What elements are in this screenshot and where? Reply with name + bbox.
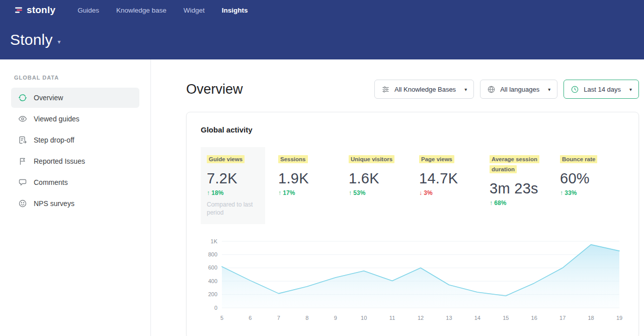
filter-label: Last 14 days	[584, 86, 621, 93]
up-arrow-icon: ↑	[560, 189, 563, 196]
overview-icon	[18, 93, 27, 102]
svg-text:200: 200	[208, 291, 217, 297]
sidebar-item-reported-issues[interactable]: Reported Issues	[11, 151, 139, 171]
metric-value: 1.6K	[349, 170, 405, 187]
metric-value: 14.7K	[419, 170, 475, 187]
languages-filter[interactable]: All languages ▾	[480, 80, 557, 99]
svg-text:5: 5	[220, 315, 223, 321]
metric-avg-session-duration[interactable]: Average session duration 3m 23s ↑ 68%	[489, 147, 547, 214]
svg-text:17: 17	[559, 315, 566, 321]
metric-label: Average session duration	[490, 155, 539, 173]
svg-text:7: 7	[277, 315, 280, 321]
metrics-row: Guide views 7.2K ↑ 18% Compared to last …	[201, 147, 624, 224]
metric-value: 1.9K	[278, 170, 335, 187]
global-activity-chart: 02004006008001K5678910111213141516171819	[201, 236, 625, 323]
workspace-name: Stonly	[10, 31, 53, 48]
svg-text:400: 400	[208, 278, 217, 284]
metric-sessions[interactable]: Sessions 1.9K ↑ 17%	[277, 147, 336, 204]
metric-label: Unique visitors	[349, 155, 394, 163]
svg-text:12: 12	[418, 315, 424, 321]
date-range-filter[interactable]: Last 14 days ▾	[564, 80, 639, 99]
svg-text:13: 13	[446, 315, 452, 321]
metric-delta: ↑ 18%	[207, 189, 259, 196]
metric-unique-visitors[interactable]: Unique visitors 1.6K ↑ 53%	[348, 147, 406, 204]
sidebar: GLOBAL DATA Overview Viewed guides	[0, 59, 151, 336]
svg-text:8: 8	[305, 315, 308, 321]
svg-text:800: 800	[208, 251, 217, 257]
page-title: Overview	[186, 82, 243, 97]
up-arrow-icon: ↑	[349, 189, 352, 196]
metric-label: Guide views	[207, 155, 245, 163]
sidebar-item-label: Overview	[34, 94, 63, 102]
down-arrow-icon: ↓	[419, 189, 422, 196]
stonly-logo-icon	[14, 6, 23, 15]
filter-label: All languages	[500, 86, 539, 93]
metric-delta: ↑ 33%	[560, 189, 616, 196]
svg-text:1K: 1K	[211, 238, 218, 244]
main-header: Overview All Knowledge Bases ▾	[151, 59, 644, 99]
comment-bubble-icon	[18, 178, 27, 187]
stonly-logo[interactable]: stonly	[14, 5, 55, 16]
svg-text:10: 10	[361, 315, 367, 321]
sidebar-item-viewed-guides[interactable]: Viewed guides	[11, 109, 139, 129]
up-arrow-icon: ↑	[278, 189, 281, 196]
stonly-logo-text: stonly	[27, 5, 55, 16]
top-nav-links: Guides Knowledge base Widget Insights	[77, 7, 248, 14]
globe-icon	[487, 85, 496, 94]
svg-text:16: 16	[531, 315, 537, 321]
metric-bounce-rate[interactable]: Bounce rate 60% ↑ 33%	[559, 147, 617, 204]
clock-icon	[571, 85, 579, 94]
global-activity-card: Global activity Guide views 7.2K ↑ 18% C…	[186, 112, 639, 336]
metric-value: 60%	[560, 170, 616, 187]
workspace-selector[interactable]: Stonly ▾	[10, 31, 61, 48]
nav-item-widget[interactable]: Widget	[184, 7, 205, 14]
metric-label: Bounce rate	[560, 155, 597, 163]
svg-text:600: 600	[208, 264, 217, 271]
card-title: Global activity	[201, 125, 624, 134]
chart-area: 02004006008001K5678910111213141516171819	[201, 236, 624, 325]
workspace-row: Stonly ▾	[0, 20, 644, 59]
page-body: GLOBAL DATA Overview Viewed guides	[0, 59, 644, 336]
nav-item-guides[interactable]: Guides	[77, 7, 99, 14]
metric-label: Page views	[419, 155, 454, 163]
metric-label: Sessions	[278, 155, 308, 163]
svg-text:6: 6	[249, 315, 252, 321]
metric-delta: ↑ 68%	[490, 199, 546, 207]
sidebar-item-label: Step drop-off	[34, 136, 74, 144]
sidebar-item-label: Reported Issues	[34, 157, 85, 165]
sidebar-item-step-drop-off[interactable]: Step drop-off	[11, 130, 139, 150]
app-root: stonly Guides Knowledge base Widget Insi…	[0, 0, 644, 336]
nav-item-insights[interactable]: Insights	[222, 7, 248, 14]
metric-value: 3m 23s	[490, 180, 546, 197]
sidebar-item-label: Comments	[34, 178, 68, 186]
svg-text:11: 11	[389, 315, 395, 321]
metric-page-views[interactable]: Page views 14.7K ↓ 3%	[418, 147, 476, 204]
main-content: Overview All Knowledge Bases ▾	[151, 59, 644, 336]
eye-icon	[18, 114, 27, 123]
metric-guide-views[interactable]: Guide views 7.2K ↑ 18% Compared to last …	[201, 147, 265, 224]
svg-text:19: 19	[616, 315, 622, 321]
metric-delta: ↑ 17%	[278, 189, 335, 196]
knowledge-bases-filter[interactable]: All Knowledge Bases ▾	[374, 80, 474, 99]
chevron-down-icon: ▾	[464, 87, 467, 92]
sidebar-item-overview[interactable]: Overview	[11, 88, 139, 108]
up-arrow-icon: ↑	[490, 199, 493, 207]
nav-item-knowledge-base[interactable]: Knowledge base	[116, 7, 167, 14]
metric-value: 7.2K	[207, 170, 259, 187]
chevron-down-icon: ▾	[58, 34, 61, 45]
sidebar-item-nps-surveys[interactable]: NPS surveys	[11, 193, 139, 214]
top-navigation: stonly Guides Knowledge base Widget Insi…	[0, 0, 644, 20]
filter-label: All Knowledge Bases	[394, 86, 456, 93]
svg-text:9: 9	[334, 315, 337, 321]
sidebar-item-label: Viewed guides	[34, 115, 79, 123]
svg-text:0: 0	[214, 304, 217, 310]
metric-delta: ↑ 53%	[349, 189, 405, 196]
sidebar-item-comments[interactable]: Comments	[11, 172, 139, 192]
svg-text:18: 18	[588, 315, 594, 321]
chevron-down-icon: ▾	[548, 87, 550, 92]
up-arrow-icon: ↑	[207, 189, 210, 196]
app-header: stonly Guides Knowledge base Widget Insi…	[0, 0, 644, 59]
flag-icon	[18, 157, 27, 166]
sidebar-section-label: GLOBAL DATA	[0, 75, 150, 81]
svg-text:15: 15	[503, 315, 509, 321]
